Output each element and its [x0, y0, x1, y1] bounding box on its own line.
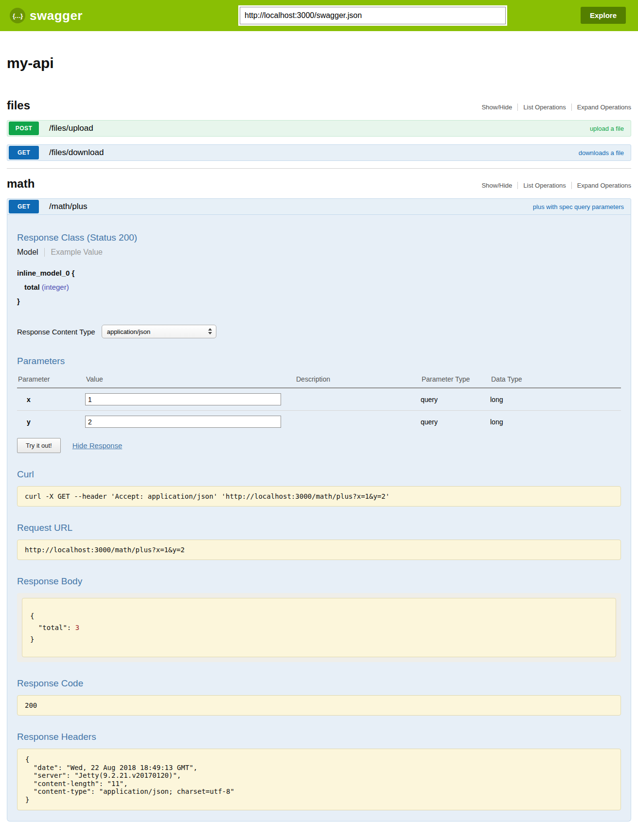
col-header-data-type: Data Type — [490, 375, 621, 383]
parameter-type: query — [421, 418, 490, 426]
top-bar: {…} swagger Explore — [0, 0, 638, 31]
model-close-line: } — [17, 294, 621, 308]
operation-row[interactable]: GET /math/plus plus with spec query para… — [7, 198, 631, 215]
response-class-heading: Response Class (Status 200) — [17, 232, 621, 243]
operation-detail-panel: Response Class (Status 200) Model Exampl… — [7, 215, 631, 822]
operation-summary-link[interactable]: downloads a file — [579, 149, 624, 157]
response-body-heading: Response Body — [17, 576, 621, 587]
swagger-logo-icon: {…} — [10, 8, 25, 23]
resource-section-math: math Show/Hide List Operations Expand Op… — [7, 177, 631, 840]
explore-button[interactable]: Explore — [581, 7, 626, 24]
swagger-brand-link[interactable]: {…} swagger — [10, 0, 83, 31]
list-operations-link[interactable]: List Operations — [517, 104, 571, 111]
try-it-out-button[interactable]: Try it out! — [17, 438, 61, 453]
parameters-table: Parameter Value Description Parameter Ty… — [17, 372, 621, 433]
response-headers-box: { "date": "Wed, 22 Aug 2018 18:49:13 GMT… — [17, 749, 621, 810]
operation-path-link[interactable]: /files/upload — [49, 123, 93, 133]
operation-post-files-upload: POST /files/upload upload a file — [7, 120, 631, 137]
operation-path-link[interactable]: /math/plus — [49, 202, 87, 211]
model-signature: inline_model_0 { total (integer) } — [17, 266, 621, 308]
model-tabs: Model Example Value — [17, 248, 621, 257]
section-controls: Show/Hide List Operations Expand Operati… — [476, 104, 631, 111]
operation-summary-link[interactable]: upload a file — [590, 125, 624, 132]
json-number-value: 3 — [75, 624, 79, 631]
json-text: { "total": — [30, 612, 75, 631]
operation-summary-link[interactable]: plus with spec query parameters — [533, 203, 624, 210]
operation-get-math-plus: GET /math/plus plus with spec query para… — [7, 198, 631, 822]
brand-title: swagger — [30, 8, 83, 23]
request-url-box: http://localhost:3000/math/plus?x=1&y=2 — [17, 540, 621, 560]
response-body-box: { "total": 3 } — [22, 598, 616, 657]
hide-response-link[interactable]: Hide Response — [72, 441, 123, 450]
expand-operations-link[interactable]: Expand Operations — [571, 104, 631, 111]
operation-path-link[interactable]: /files/download — [49, 148, 104, 158]
parameters-table-header: Parameter Value Description Parameter Ty… — [17, 372, 621, 388]
section-divider — [7, 168, 631, 169]
col-header-parameter: Parameter — [17, 375, 85, 383]
parameter-y-input[interactable] — [85, 416, 281, 428]
curl-command-box: curl -X GET --header 'Accept: applicatio… — [17, 486, 621, 507]
operation-row[interactable]: POST /files/upload upload a file — [7, 120, 631, 137]
request-url-heading: Request URL — [17, 523, 621, 533]
parameters-heading: Parameters — [17, 356, 621, 367]
parameter-row-x: x query long — [17, 388, 621, 411]
tab-example-value[interactable]: Example Value — [44, 248, 103, 257]
json-text: } — [30, 635, 34, 643]
col-header-parameter-type: Parameter Type — [421, 375, 490, 383]
response-content-type-select[interactable]: application/json — [102, 325, 216, 338]
show-hide-link[interactable]: Show/Hide — [476, 182, 517, 189]
section-title-files[interactable]: files — [7, 99, 30, 112]
method-badge[interactable]: GET — [9, 200, 39, 213]
col-header-description: Description — [295, 375, 421, 383]
page-title: my-api — [7, 55, 631, 71]
list-operations-link[interactable]: List Operations — [517, 182, 571, 189]
parameter-x-input[interactable] — [85, 393, 281, 405]
response-code-box: 200 — [17, 695, 621, 716]
parameter-row-y: y query long — [17, 411, 621, 433]
section-title-math[interactable]: math — [7, 177, 35, 191]
model-property-name: total — [24, 283, 40, 291]
operation-row[interactable]: GET /files/download downloads a file — [7, 144, 631, 161]
response-code-heading: Response Code — [17, 678, 621, 689]
parameter-name: y — [17, 418, 85, 426]
response-headers-heading: Response Headers — [17, 732, 621, 742]
response-content-type-label: Response Content Type — [17, 328, 95, 336]
method-badge[interactable]: GET — [9, 146, 39, 159]
show-hide-link[interactable]: Show/Hide — [476, 104, 517, 111]
parameter-name: x — [17, 396, 85, 403]
section-controls: Show/Hide List Operations Expand Operati… — [476, 182, 631, 189]
response-body-wrapper: { "total": 3 } — [17, 593, 621, 662]
col-header-value: Value — [85, 375, 295, 383]
expand-operations-link[interactable]: Expand Operations — [571, 182, 631, 189]
method-badge[interactable]: POST — [9, 122, 39, 135]
curl-heading: Curl — [17, 469, 621, 480]
parameter-data-type: long — [490, 418, 621, 426]
tab-model[interactable]: Model — [17, 248, 44, 257]
resource-section-files: files Show/Hide List Operations Expand O… — [7, 99, 631, 169]
spec-url-input[interactable] — [240, 7, 506, 24]
model-open-line: inline_model_0 { — [17, 266, 621, 280]
parameter-type: query — [421, 396, 490, 403]
parameter-data-type: long — [490, 396, 621, 403]
operation-get-files-download: GET /files/download downloads a file — [7, 144, 631, 161]
model-property-type: (integer) — [42, 283, 69, 291]
